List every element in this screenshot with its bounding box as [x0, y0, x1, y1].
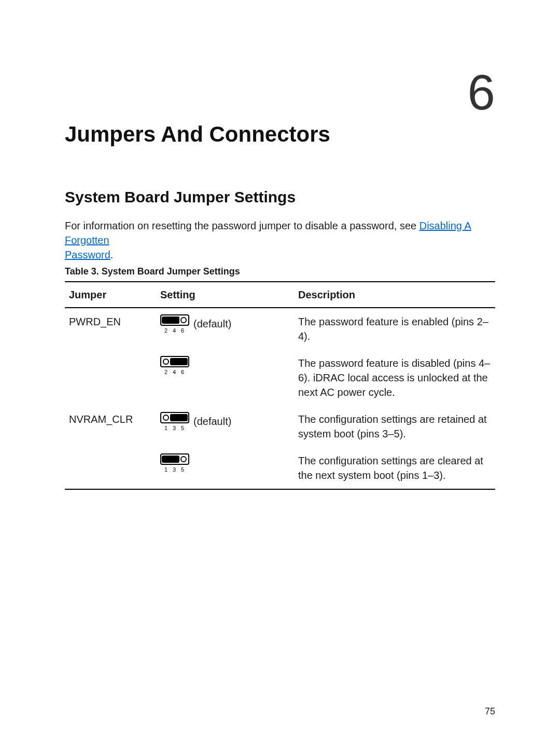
th-jumper: Jumper: [65, 282, 156, 308]
pin-label: 1: [162, 466, 170, 474]
pin-label: 3: [170, 424, 178, 432]
cell-description: The configuration settings are retained …: [294, 406, 495, 447]
pin-label: 6: [178, 368, 187, 376]
chapter-title: Jumpers And Connectors: [65, 119, 495, 150]
cell-setting: 2 4 6 (default): [156, 308, 294, 350]
setting-suffix: (default): [193, 412, 231, 429]
table-row: PWRD_EN 2 4 6 (de: [65, 308, 495, 350]
cell-description: The configuration settings are cleared a…: [294, 447, 495, 489]
cell-description: The password feature is enabled (pins 2–…: [294, 308, 495, 350]
pin-label: 2: [162, 368, 170, 376]
intro-suffix: .: [110, 249, 114, 260]
table-row: 1 3 5 The configuration settings are cle…: [65, 447, 495, 489]
table-caption: Table 3. System Board Jumper Settings: [65, 265, 495, 278]
table-row: 2 4 6 The password feature is disabled (…: [65, 350, 495, 406]
jumper-settings-table: Jumper Setting Description PWRD_EN: [65, 281, 495, 490]
cell-description: The password feature is disabled (pins 4…: [294, 350, 495, 406]
th-description: Description: [294, 282, 495, 308]
cell-setting: 1 3 5: [156, 447, 294, 489]
pin-label: 1: [162, 424, 170, 432]
disabling-password-link-cont[interactable]: Password: [65, 249, 110, 260]
pin-label: 3: [170, 466, 178, 474]
cell-setting: 1 3 5 (default): [156, 406, 294, 447]
intro-paragraph: For information on resetting the passwor…: [65, 218, 495, 262]
jumper-icon-pins-3-5: 1 3 5: [160, 412, 189, 432]
cell-jumper: [65, 350, 156, 406]
intro-prefix: For information on resetting the passwor…: [65, 220, 419, 231]
th-setting: Setting: [156, 282, 294, 308]
setting-suffix: (default): [193, 314, 231, 331]
jumper-icon-pins-4-6: 2 4 6: [160, 356, 189, 376]
pin-label: 2: [162, 327, 170, 335]
pin-label: 4: [170, 368, 178, 376]
chapter-number: 6: [468, 67, 495, 117]
pin-label: 5: [178, 466, 187, 474]
jumper-icon-pins-1-3: 1 3 5: [160, 453, 189, 474]
section-title: System Board Jumper Settings: [65, 186, 495, 208]
cell-jumper: PWRD_EN: [65, 308, 156, 350]
jumper-icon-pins-2-4: 2 4 6: [160, 314, 189, 335]
table-row: NVRAM_CLR 1 3 5 (: [65, 406, 495, 447]
page-number: 75: [485, 705, 495, 718]
cell-jumper: [65, 447, 156, 489]
pin-label: 6: [178, 327, 187, 335]
pin-label: 4: [170, 327, 178, 335]
cell-setting: 2 4 6: [156, 350, 294, 406]
pin-label: 5: [178, 424, 187, 432]
cell-jumper: NVRAM_CLR: [65, 406, 156, 447]
